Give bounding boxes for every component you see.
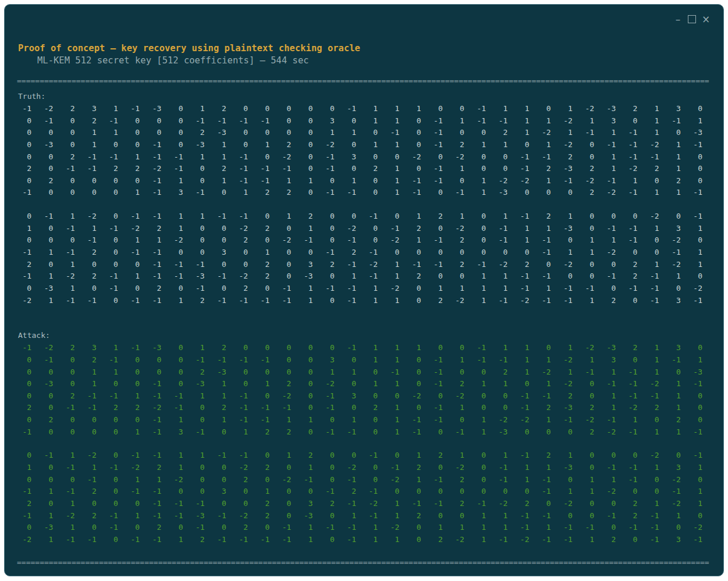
close-icon[interactable]: × — [699, 13, 713, 26]
coefficient-value: 0 — [594, 498, 616, 510]
coefficient-value: 0 — [356, 127, 378, 139]
coefficient-value: -1 — [313, 247, 335, 259]
coefficient-value: 1 — [464, 175, 486, 187]
coefficient-value: 0 — [118, 414, 140, 426]
coefficient-value: -3 — [681, 366, 702, 379]
coefficient-value: 0 — [464, 450, 486, 462]
coefficient-value: 0 — [248, 103, 269, 115]
coefficient-value: -1 — [616, 283, 637, 295]
coefficient-value: 0 — [594, 259, 616, 271]
coeff-row: 0-310-1020-1020-11-1-11-201111-11-1-10-1… — [10, 283, 723, 295]
coefficient-value: 0 — [378, 151, 399, 163]
coefficient-value: 1 — [161, 211, 183, 223]
coefficient-value: 0 — [313, 462, 335, 474]
coefficient-value: 2 — [335, 486, 356, 498]
coefficient-value: 2 — [616, 259, 637, 271]
coefficient-value: 1 — [486, 450, 507, 462]
coefficient-value: 0 — [161, 366, 183, 379]
coeff-row: 000-1011-20020-2-10-10-21-120-11-1011-10… — [10, 474, 723, 486]
coefficient-value: 0 — [421, 223, 443, 235]
coefficient-value: 1 — [75, 139, 97, 151]
coefficient-value: 0 — [183, 163, 205, 175]
coefficient-value: 1 — [616, 175, 637, 187]
coefficient-value: -1 — [594, 270, 616, 283]
coefficient-value: 1 — [530, 139, 551, 151]
coefficient-value: -1 — [507, 151, 529, 163]
truth-block-2: 0-11-20-1-111-1-101200-1012101-121000-20… — [10, 211, 723, 306]
coefficient-value: 0 — [183, 247, 205, 259]
coefficient-value: 1 — [551, 103, 573, 115]
coefficient-value: 0 — [313, 175, 335, 187]
coefficient-value: 0 — [378, 486, 399, 498]
coefficient-value: -1 — [205, 354, 226, 366]
coefficient-value: 1 — [356, 103, 378, 115]
coefficient-value: 2 — [248, 259, 269, 271]
truth-block-1: -1-2231-1-301200000-111100-11101-2-32130… — [10, 103, 723, 199]
truth-section-label: Truth: — [18, 91, 723, 102]
coefficient-value: -1 — [248, 295, 269, 307]
coefficient-value: 0 — [443, 175, 464, 187]
coefficient-value: 0 — [97, 211, 118, 223]
attack-block-1: -1-2231-1-301200000-111100-11101-2-32130… — [10, 342, 723, 438]
coefficient-value: 0 — [681, 402, 702, 414]
coefficient-value: 0 — [573, 378, 594, 390]
coefficient-value: 0 — [399, 139, 421, 151]
coefficient-value: 0 — [118, 283, 140, 295]
coefficient-value: 0 — [118, 498, 140, 510]
coefficient-value: -1 — [530, 534, 551, 546]
coefficient-value: 2 — [10, 498, 31, 510]
coefficient-value: 1 — [486, 510, 507, 522]
coefficient-value: 0 — [31, 366, 53, 379]
coefficient-value: 0 — [551, 270, 573, 283]
coefficient-value: 1 — [507, 103, 529, 115]
coefficient-value: -2 — [53, 510, 74, 522]
coefficient-value: 0 — [183, 414, 205, 426]
coefficient-value: 0 — [530, 342, 551, 354]
coefficient-value: 0 — [291, 115, 312, 127]
maximize-icon[interactable] — [685, 13, 699, 26]
coefficient-value: -1 — [378, 223, 399, 235]
coeff-row: 002-1-11-1-111-10-20-1300-20-200-1-1201-… — [10, 151, 723, 163]
coefficient-value: 0 — [335, 163, 356, 175]
coefficient-value: 2 — [31, 175, 53, 187]
coefficient-value: 0 — [335, 378, 356, 390]
coefficient-value: 2 — [183, 127, 205, 139]
coefficient-value: 0 — [464, 223, 486, 235]
coefficient-value: 2 — [551, 390, 573, 402]
coefficient-value: 1 — [530, 378, 551, 390]
coefficient-value: 0 — [53, 378, 74, 390]
coefficient-value: -1 — [226, 175, 248, 187]
coefficient-value: -1 — [10, 342, 31, 354]
coefficient-value: -2 — [594, 187, 616, 199]
coefficient-value: -2 — [659, 234, 681, 247]
coefficient-value: 0 — [31, 462, 53, 474]
coefficient-value: 0 — [530, 426, 551, 439]
coefficient-value: 0 — [161, 103, 183, 115]
coefficient-value: 0 — [75, 175, 97, 187]
coefficient-value: 0 — [248, 522, 269, 534]
coefficient-value: 0 — [335, 402, 356, 414]
coefficient-value: 0 — [97, 498, 118, 510]
coefficient-value: 0 — [443, 103, 464, 115]
coefficient-value: 1 — [335, 270, 356, 283]
coefficient-value: 0 — [10, 151, 31, 163]
coefficient-value: 1 — [464, 283, 486, 295]
coefficient-value: -2 — [573, 175, 594, 187]
coefficient-value: -1 — [681, 534, 702, 546]
coefficient-value: -1 — [507, 522, 529, 534]
coefficient-value: 3 — [75, 342, 97, 354]
coefficient-value: 1 — [443, 522, 464, 534]
coefficient-value: -2 — [226, 270, 248, 283]
coefficient-value: 0 — [75, 426, 97, 439]
coefficient-value: 1 — [507, 234, 529, 247]
coefficient-value: -1 — [356, 247, 378, 259]
coefficient-value: -2 — [443, 390, 464, 402]
coefficient-value: -1 — [31, 450, 53, 462]
coefficient-value: 0 — [313, 342, 335, 354]
coefficient-value: 0 — [464, 151, 486, 163]
coefficient-value: 1 — [161, 295, 183, 307]
coefficient-value: -1 — [226, 354, 248, 366]
coefficient-value: 0 — [205, 462, 226, 474]
minimize-icon[interactable]: – — [671, 13, 685, 26]
coefficient-value: 2 — [248, 426, 269, 439]
